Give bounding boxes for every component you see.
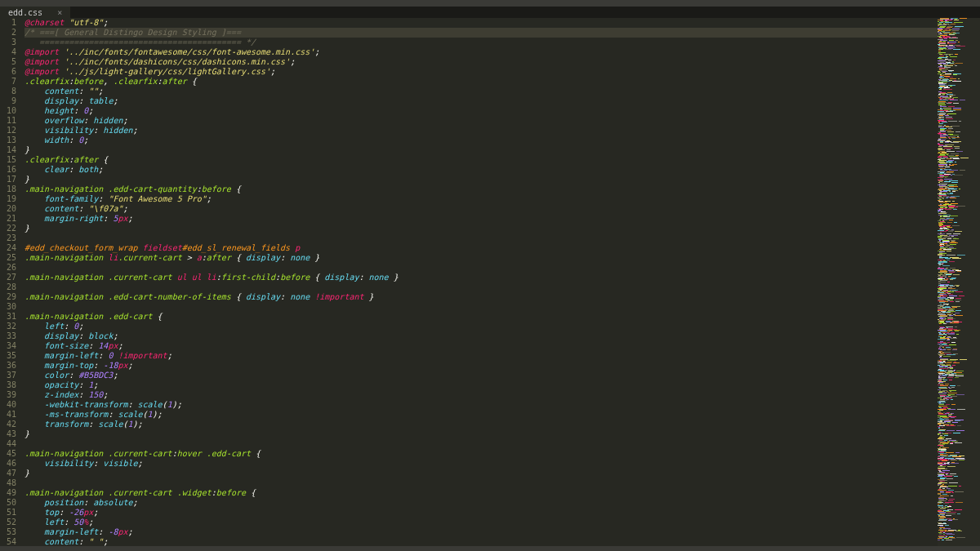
code-line[interactable]: margin-left: 0 !important;	[24, 351, 938, 361]
line-number: 21	[0, 214, 16, 224]
code-line[interactable]: display: table;	[24, 96, 938, 106]
line-number: 31	[0, 312, 16, 322]
code-line[interactable]: left: 50%;	[24, 518, 938, 527]
close-icon[interactable]: ×	[57, 8, 62, 17]
code-line[interactable]: display: block;	[24, 331, 938, 341]
line-number: 26	[0, 263, 16, 273]
code-line[interactable]: .main-navigation .edd-cart-quantity:befo…	[24, 184, 938, 194]
line-number: 13	[0, 136, 16, 145]
code-line[interactable]: position: absolute;	[24, 498, 938, 508]
code-line[interactable]: content: " ";	[24, 537, 938, 547]
code-line[interactable]: font-family: "Font Awesome 5 Pro";	[24, 194, 938, 204]
line-number: 44	[0, 439, 16, 449]
minimap[interactable]	[938, 18, 980, 546]
line-number: 19	[0, 194, 16, 204]
code-line[interactable]: .main-navigation .edd-cart {	[24, 312, 938, 322]
code-line[interactable]: .main-navigation .current-cart ul ul li:…	[24, 273, 938, 282]
code-line[interactable]: margin-right: 5px;	[24, 214, 938, 224]
code-line[interactable]: color: #B5BDC3;	[24, 371, 938, 380]
code-line[interactable]: left: 0;	[24, 322, 938, 331]
code-line[interactable]: z-index: 150;	[24, 390, 938, 400]
code-line[interactable]: .main-navigation .current-cart:hover .ed…	[24, 449, 938, 459]
line-number-gutter: 1234567891011121314151617181920212223242…	[0, 18, 21, 546]
line-number: 48	[0, 478, 16, 488]
code-line[interactable]: #edd_checkout_form_wrap fieldset#edd_sl_…	[24, 243, 938, 253]
line-number: 38	[0, 380, 16, 390]
line-number: 20	[0, 204, 16, 214]
code-line[interactable]: content: "\f07a";	[24, 204, 938, 214]
line-number: 29	[0, 292, 16, 302]
line-number: 37	[0, 371, 16, 380]
code-line[interactable]: -ms-transform: scale(1);	[24, 410, 938, 420]
code-line[interactable]	[24, 302, 938, 312]
code-line[interactable]: }	[24, 175, 938, 184]
line-number: 47	[0, 469, 16, 478]
code-line[interactable]: clear: both;	[24, 165, 938, 175]
line-number: 42	[0, 420, 16, 429]
code-line[interactable]: visibility: hidden;	[24, 126, 938, 136]
line-number: 51	[0, 508, 16, 518]
code-line[interactable]: ========================================…	[24, 38, 938, 47]
line-number: 54	[0, 537, 16, 547]
code-line[interactable]: font-size: 14px;	[24, 341, 938, 351]
code-line[interactable]: @import '../inc/fonts/dashicons/css/dash…	[24, 57, 938, 67]
line-number: 22	[0, 224, 16, 233]
line-number: 7	[0, 77, 16, 87]
code-line[interactable]	[24, 263, 938, 273]
line-number: 10	[0, 106, 16, 116]
code-line[interactable]: @import '../inc/fonts/fontawesome/css/fo…	[24, 47, 938, 57]
line-number: 33	[0, 331, 16, 341]
code-line[interactable]: opacity: 1;	[24, 380, 938, 390]
line-number: 5	[0, 57, 16, 67]
code-line[interactable]: .clearfix:before, .clearfix:after {	[24, 77, 938, 87]
code-line[interactable]	[24, 478, 938, 488]
line-number: 11	[0, 116, 16, 126]
code-line[interactable]	[24, 282, 938, 292]
code-line[interactable]: .main-navigation .edd-cart-number-of-ite…	[24, 292, 938, 302]
code-line[interactable]: .main-navigation li.current-cart > a:aft…	[24, 253, 938, 263]
line-number: 52	[0, 518, 16, 527]
file-tab[interactable]: edd.css ×	[0, 7, 71, 18]
code-line[interactable]: /* ===[ General Distingo Design Styling …	[24, 28, 938, 38]
line-number: 25	[0, 253, 16, 263]
line-number: 30	[0, 302, 16, 312]
tab-bar: edd.css ×	[0, 7, 980, 18]
code-line[interactable]: top: -26px;	[24, 508, 938, 518]
line-number: 50	[0, 498, 16, 508]
line-number: 24	[0, 243, 16, 253]
line-number: 6	[0, 67, 16, 77]
line-number: 39	[0, 390, 16, 400]
code-line[interactable]: overflow: hidden;	[24, 116, 938, 126]
line-number: 35	[0, 351, 16, 361]
code-line[interactable]	[24, 439, 938, 449]
code-line[interactable]: content: "";	[24, 87, 938, 96]
code-line[interactable]: .clearfix:after {	[24, 155, 938, 165]
line-number: 28	[0, 282, 16, 292]
line-number: 40	[0, 400, 16, 410]
code-line[interactable]	[24, 233, 938, 243]
editor-area: 1234567891011121314151617181920212223242…	[0, 18, 980, 546]
line-number: 1	[0, 18, 16, 28]
code-editor[interactable]: @charset "utf-8";/* ===[ General Disting…	[21, 18, 938, 546]
code-line[interactable]: margin-top: -18px;	[24, 361, 938, 371]
line-number: 16	[0, 165, 16, 175]
line-number: 41	[0, 410, 16, 420]
code-line[interactable]: -webkit-transform: scale(1);	[24, 400, 938, 410]
line-number: 9	[0, 96, 16, 106]
code-line[interactable]: }	[24, 145, 938, 155]
code-line[interactable]: }	[24, 224, 938, 233]
code-line[interactable]: transform: scale(1);	[24, 420, 938, 429]
code-line[interactable]: }	[24, 469, 938, 478]
code-line[interactable]: }	[24, 429, 938, 439]
code-line[interactable]: .main-navigation .current-cart .widget:b…	[24, 488, 938, 498]
code-line[interactable]: visibility: visible;	[24, 459, 938, 469]
line-number: 36	[0, 361, 16, 371]
code-line[interactable]: @charset "utf-8";	[24, 18, 938, 28]
code-line[interactable]: width: 0;	[24, 136, 938, 145]
line-number: 23	[0, 233, 16, 243]
code-line[interactable]: @import '../js/light-gallery/css/lightGa…	[24, 67, 938, 77]
code-line[interactable]: height: 0;	[24, 106, 938, 116]
line-number: 27	[0, 273, 16, 282]
code-line[interactable]: margin-left: -8px;	[24, 527, 938, 537]
line-number: 4	[0, 47, 16, 57]
